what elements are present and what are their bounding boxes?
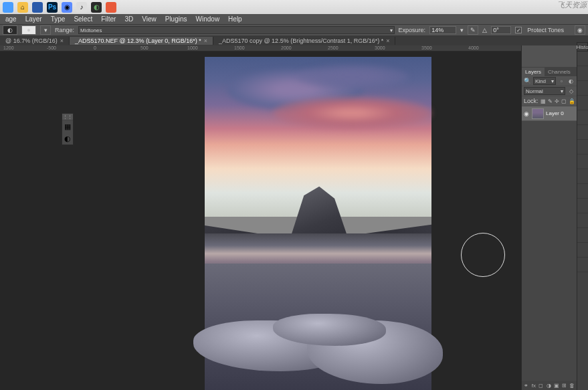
os-titlebar: ⌂ Ps ◉ ♪ ◐ 飞天资源 bbox=[0, 0, 588, 14]
doc-tab-3[interactable]: _ADS5170 copy @ 12.5% (Brightness/Contra… bbox=[213, 37, 396, 45]
layers-tab[interactable]: Layers bbox=[522, 68, 545, 76]
menu-image[interactable]: age bbox=[1, 15, 21, 23]
group-icon[interactable]: ▣ bbox=[554, 382, 559, 389]
tool-icon-2[interactable]: ◐ bbox=[62, 132, 73, 144]
lock-label: Lock: bbox=[524, 98, 538, 104]
angle-input[interactable] bbox=[491, 26, 511, 34]
horizontal-ruler: 1200 -500 0 500 1000 1500 2000 2500 3000… bbox=[0, 45, 588, 52]
lock-artboard-icon[interactable]: ▢ bbox=[561, 98, 567, 105]
menu-view[interactable]: View bbox=[138, 15, 161, 23]
layers-footer: ⚭ fx ◻ ◑ ▣ ⊞ 🗑 bbox=[522, 381, 577, 390]
search-icon[interactable]: 🔍 bbox=[524, 78, 531, 84]
protect-tones-checkbox[interactable]: ✓ bbox=[515, 27, 522, 33]
layer-thumbnail[interactable] bbox=[532, 108, 544, 119]
menu-select[interactable]: Select bbox=[70, 15, 96, 23]
kind-filter[interactable]: Kind▾ bbox=[533, 77, 556, 85]
brush-settings-icon[interactable]: ▾ bbox=[40, 25, 51, 35]
lock-all-icon[interactable]: 🔒 bbox=[569, 98, 575, 105]
blend-mode-row: Normal▾ ◇ bbox=[522, 86, 577, 96]
link-layers-icon[interactable]: ⚭ bbox=[524, 382, 528, 389]
blend-mode-select[interactable]: Normal▾ bbox=[524, 87, 565, 95]
close-icon[interactable]: × bbox=[204, 37, 207, 44]
brush-cursor bbox=[461, 233, 505, 277]
toolbar-grip[interactable]: ⋮⋮ bbox=[62, 114, 73, 120]
lock-position-icon[interactable]: ✎ bbox=[548, 98, 553, 105]
channels-tab[interactable]: Channels bbox=[545, 68, 574, 76]
menu-layer[interactable]: Layer bbox=[21, 15, 46, 23]
doc-tab-1[interactable]: @ 16.7% (RGB/16)× bbox=[0, 37, 70, 45]
exposure-input[interactable] bbox=[429, 26, 456, 34]
menu-help[interactable]: Help bbox=[224, 15, 246, 23]
opacity-icon[interactable]: ◇ bbox=[567, 88, 575, 95]
menu-3d[interactable]: 3D bbox=[120, 15, 137, 23]
collapsed-panel-strip[interactable] bbox=[577, 52, 588, 390]
dodge-tool-icon[interactable]: ◐ bbox=[3, 25, 17, 35]
range-select[interactable]: Midtones▾ bbox=[78, 26, 395, 34]
protect-tones-label: Protect Tones bbox=[527, 27, 564, 33]
tool-icon-1[interactable]: ▦ bbox=[62, 120, 73, 132]
tool-options-bar: ◐ ● ▾ Range: Midtones▾ Exposure: ▾ ✎ △ ✓… bbox=[0, 24, 588, 36]
app-icon-2[interactable]: ⌂ bbox=[17, 2, 28, 13]
filter-icon-1[interactable]: ▫ bbox=[558, 78, 565, 85]
layer-style-icon[interactable]: fx bbox=[531, 382, 536, 389]
app-icon-5[interactable]: ◉ bbox=[62, 2, 72, 13]
document-canvas[interactable] bbox=[205, 57, 431, 390]
steam-icon[interactable]: ◐ bbox=[91, 2, 102, 13]
doc-tab-2[interactable]: _ADS5170.NEF @ 12.3% (Layer 0, RGB/16*) … bbox=[70, 37, 213, 45]
app-icon-1[interactable] bbox=[3, 2, 13, 13]
canvas-workspace[interactable]: ⋮⋮ ▦ ◐ bbox=[0, 52, 521, 390]
range-label: Range: bbox=[55, 27, 74, 33]
panels-dock: Layers Channels 🔍 Kind▾ ▫ ◐ Normal▾ ◇ Lo… bbox=[521, 45, 577, 390]
menu-window[interactable]: Window bbox=[192, 15, 224, 23]
panel-tabs: Layers Channels bbox=[522, 67, 577, 76]
menu-plugins[interactable]: Plugins bbox=[161, 15, 191, 23]
app-icon-8[interactable] bbox=[106, 2, 116, 13]
lock-row: Lock: ▦ ✎ ✢ ▢ 🔒 bbox=[522, 96, 577, 106]
lock-move-icon[interactable]: ✢ bbox=[555, 98, 559, 105]
watermark: 飞天资源 bbox=[557, 0, 587, 10]
delete-layer-icon[interactable]: 🗑 bbox=[569, 382, 575, 389]
main-menubar: age Layer Type Select Filter 3D View Plu… bbox=[0, 14, 588, 24]
floating-toolbar[interactable]: ⋮⋮ ▦ ◐ bbox=[62, 113, 74, 145]
layer-list: ◉ Layer 0 bbox=[522, 106, 577, 381]
close-icon[interactable]: × bbox=[60, 37, 64, 44]
brush-preset[interactable]: ● bbox=[21, 25, 36, 35]
lock-pixels-icon[interactable]: ▦ bbox=[541, 98, 546, 105]
layer-filter-row: 🔍 Kind▾ ▫ ◐ bbox=[522, 76, 577, 86]
pressure-icon[interactable]: ◉ bbox=[575, 25, 585, 35]
layer-item[interactable]: ◉ Layer 0 bbox=[522, 106, 577, 121]
new-layer-icon[interactable]: ⊞ bbox=[562, 382, 567, 389]
airbrush-icon[interactable]: ✎ bbox=[468, 25, 478, 35]
image-foreground bbox=[205, 264, 431, 390]
exposure-dropdown[interactable]: ▾ bbox=[460, 27, 464, 33]
menu-filter[interactable]: Filter bbox=[97, 15, 120, 23]
layer-mask-icon[interactable]: ◻ bbox=[538, 382, 543, 389]
document-tabs: @ 16.7% (RGB/16)× _ADS5170.NEF @ 12.3% (… bbox=[0, 36, 588, 45]
photoshop-icon[interactable]: Ps bbox=[47, 2, 58, 13]
histogram-tab[interactable]: Histo bbox=[577, 42, 588, 52]
app-icon-6[interactable]: ♪ bbox=[76, 2, 87, 13]
close-icon[interactable]: × bbox=[386, 37, 389, 44]
adjustment-layer-icon[interactable]: ◑ bbox=[547, 382, 551, 389]
visibility-icon[interactable]: ◉ bbox=[523, 110, 530, 117]
exposure-label: Exposure: bbox=[399, 27, 426, 33]
menu-type[interactable]: Type bbox=[47, 15, 70, 23]
layer-name[interactable]: Layer 0 bbox=[546, 110, 564, 116]
angle-icon: △ bbox=[482, 27, 487, 33]
filter-toggle[interactable]: ◐ bbox=[567, 78, 575, 85]
app-icon-3[interactable] bbox=[32, 2, 43, 13]
